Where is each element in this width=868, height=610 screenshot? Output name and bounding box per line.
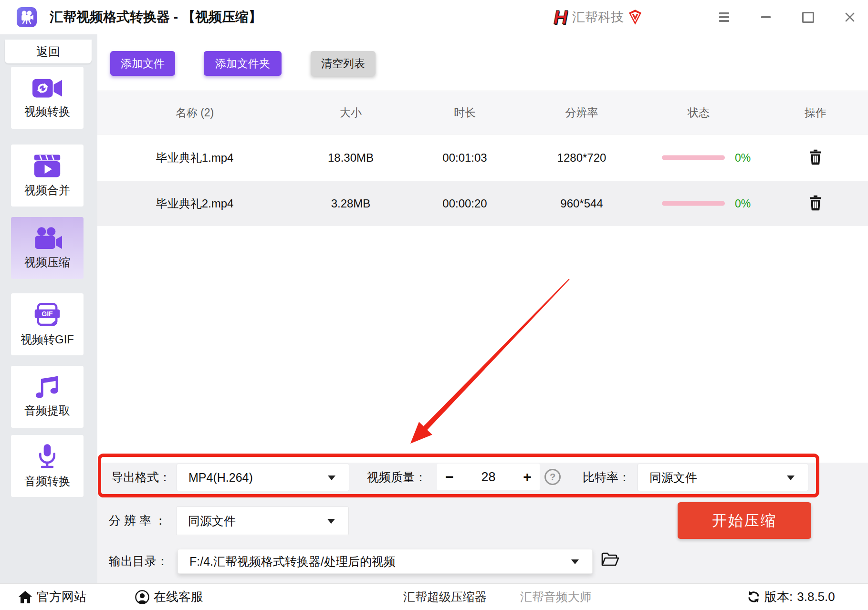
browse-folder-button[interactable] [601, 552, 619, 569]
quality-help-icon[interactable]: ? [544, 469, 561, 485]
minimize-icon [761, 16, 771, 18]
folder-icon [601, 552, 619, 568]
quality-value: 28 [481, 470, 495, 485]
chevron-down-icon [328, 476, 335, 480]
maximize-button[interactable] [802, 11, 814, 23]
file-resolution: 960*544 [560, 197, 603, 210]
start-compress-button[interactable]: 开始压缩 [678, 502, 811, 539]
file-size: 18.30MB [328, 151, 374, 165]
brand-area[interactable]: H 汇帮科技 [554, 0, 642, 34]
column-header-resolution: 分辨率 [565, 105, 598, 120]
close-icon [845, 12, 855, 22]
menu-icon[interactable] [718, 11, 730, 23]
version-area: 版本: 3.8.5.0 [747, 584, 835, 610]
progress-bar [662, 155, 725, 160]
delete-row-button[interactable] [807, 193, 824, 214]
file-list-header: 名称 (2) 大小 时长 分辨率 状态 操作 [97, 91, 868, 134]
version-label: 版本: [764, 589, 793, 605]
sidebar-item-label: 视频合并 [24, 183, 70, 198]
table-row[interactable]: 毕业典礼1.mp4 18.30MB 00:01:03 1280*720 0% [97, 134, 868, 181]
sidebar: 返回 视频转换 视频合并 [0, 34, 97, 584]
clear-list-button[interactable]: 清空列表 [311, 51, 376, 76]
brand-name: 汇帮科技 [572, 9, 624, 26]
home-icon [18, 590, 32, 604]
sidebar-item-label: 音频转换 [24, 474, 70, 489]
status-cell: 0% [662, 151, 751, 164]
microphone-icon [37, 444, 58, 469]
file-size: 3.28MB [331, 197, 371, 210]
add-file-button[interactable]: 添加文件 [110, 51, 175, 76]
bitrate-select[interactable]: 同源文件 [638, 464, 808, 491]
titlebar: 汇帮视频格式转换器 - 【视频压缩】 H 汇帮科技 [0, 0, 868, 34]
video-merge-icon [33, 154, 61, 178]
column-header-size: 大小 [340, 105, 362, 120]
maximize-icon [802, 12, 814, 23]
trash-icon [809, 195, 822, 210]
back-button[interactable]: 返回 [5, 40, 92, 63]
progress-bar [662, 201, 725, 206]
output-dir-value: F:/4.汇帮视频格式转换器/处理后的视频 [189, 554, 396, 569]
brand-logo-icon: H [554, 8, 567, 27]
bitrate-value: 同源文件 [649, 470, 697, 486]
online-support-label: 在线客服 [154, 589, 203, 605]
column-header-name: 名称 (2) [176, 105, 214, 120]
progress-percent: 0% [735, 197, 751, 210]
file-duration: 00:00:20 [442, 197, 487, 210]
sidebar-item-video-merge[interactable]: 视频合并 [11, 145, 84, 207]
official-site-label: 官方网站 [37, 589, 86, 605]
delete-row-button[interactable] [807, 147, 824, 168]
version-value: 3.8.5.0 [797, 589, 835, 604]
svg-text:GIF: GIF [42, 310, 53, 318]
export-format-select[interactable]: MP4(H.264) [177, 464, 349, 491]
column-header-duration: 时长 [454, 105, 476, 120]
app-window: 汇帮视频格式转换器 - 【视频压缩】 H 汇帮科技 [0, 0, 868, 610]
file-duration: 00:01:03 [442, 151, 487, 165]
bitrate-label: 比特率： [583, 464, 630, 490]
audio-master-label: 汇帮音频大师 [520, 589, 592, 605]
sidebar-item-label: 视频转换 [24, 104, 70, 119]
quality-decrease-button[interactable]: − [439, 464, 460, 490]
table-row[interactable]: 毕业典礼2.mp4 3.28MB 00:00:20 960*544 0% [97, 181, 868, 226]
window-controls [718, 0, 856, 34]
close-button[interactable] [844, 11, 856, 23]
export-format-value: MP4(H.264) [188, 471, 253, 485]
official-site-link[interactable]: 官方网站 [18, 584, 86, 610]
status-cell: 0% [662, 197, 751, 210]
progress-percent: 0% [735, 151, 751, 164]
sidebar-item-video-compress[interactable]: 视频压缩 [11, 217, 84, 279]
sidebar-item-label: 视频压缩 [24, 255, 70, 270]
minimize-button[interactable] [760, 11, 772, 23]
video-convert-icon [32, 77, 62, 100]
resolution-value: 同源文件 [188, 513, 236, 529]
refresh-icon[interactable] [747, 590, 760, 603]
video-compress-icon [32, 227, 62, 250]
add-folder-button[interactable]: 添加文件夹 [204, 51, 282, 76]
quality-increase-button[interactable]: + [517, 464, 538, 490]
music-note-icon [35, 376, 60, 399]
super-compressor-link[interactable]: 汇帮超级压缩器 [403, 584, 487, 610]
resolution-label: 分 辨 率 ： [109, 507, 167, 534]
chevron-down-icon [327, 519, 335, 524]
audio-master-link[interactable]: 汇帮音频大师 [520, 584, 592, 610]
super-compressor-label: 汇帮超级压缩器 [403, 589, 487, 605]
vip-badge-icon[interactable] [628, 9, 642, 25]
output-dir-select[interactable]: F:/4.汇帮视频格式转换器/处理后的视频 [178, 549, 593, 574]
app-logo-icon [17, 7, 37, 27]
output-dir-label: 输出目录： [109, 549, 168, 573]
quality-stepper: − 28 + [437, 464, 540, 490]
file-list: 名称 (2) 大小 时长 分辨率 状态 操作 毕业典礼1.mp4 18.30MB… [97, 91, 868, 463]
sidebar-item-label: 音频提取 [24, 403, 70, 418]
chevron-down-icon [571, 559, 579, 564]
sidebar-item-audio-extract[interactable]: 音频提取 [11, 366, 84, 428]
sidebar-item-video-convert[interactable]: 视频转换 [11, 67, 84, 129]
sidebar-item-audio-convert[interactable]: 音频转换 [11, 435, 84, 497]
video-to-gif-icon: GIF [34, 302, 61, 328]
hamburger-icon [719, 12, 729, 22]
film-camera-icon [19, 9, 35, 25]
resolution-select[interactable]: 同源文件 [176, 507, 349, 535]
export-format-label: 导出格式： [111, 464, 171, 490]
chevron-down-icon [787, 476, 795, 480]
online-support-link[interactable]: 在线客服 [135, 584, 203, 610]
support-agent-icon [135, 590, 149, 604]
sidebar-item-video-to-gif[interactable]: GIF 视频转GIF [11, 293, 84, 355]
